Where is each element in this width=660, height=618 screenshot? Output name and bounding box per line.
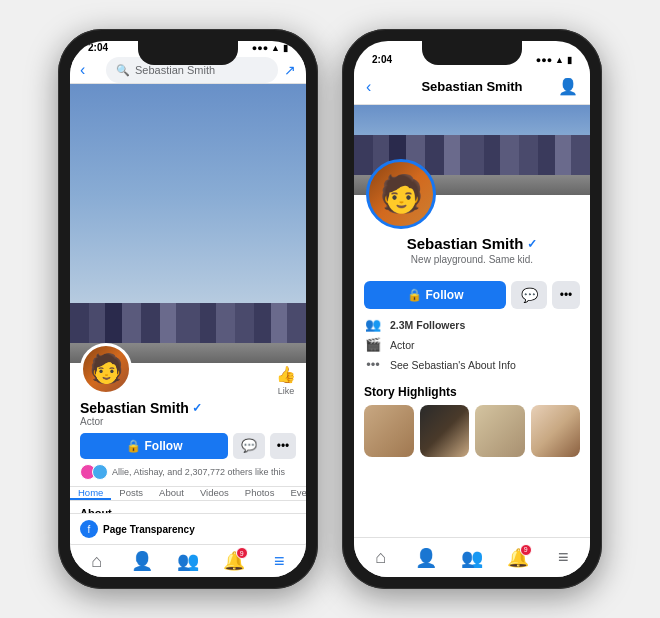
time-left: 2:04	[88, 42, 108, 53]
profile-section-left: 🧑 👍 Like Sebastian Smith ✓ Actor 🔒	[70, 363, 306, 486]
action-buttons-left: 🔒 Follow 💬 •••	[80, 433, 296, 459]
fb-icon-left: f	[88, 524, 91, 535]
nav-notifications-left[interactable]: 🔔 9	[216, 545, 252, 577]
transparency-icon-left: f	[80, 520, 98, 538]
tab-photos-left[interactable]: Photos	[237, 487, 283, 500]
profile-icon-nav-right[interactable]: 👤	[558, 77, 578, 96]
like-button-left[interactable]: 👍 Like	[276, 365, 296, 396]
avatar-left: 🧑	[80, 343, 132, 395]
home-icon-right: ⌂	[375, 547, 386, 568]
follow-button-left[interactable]: 🔒 Follow	[80, 433, 228, 459]
likes-avatars-left	[80, 464, 108, 480]
info-about-right[interactable]: ••• See Sebastian's About Info	[364, 357, 580, 372]
followers-text-right: 2.3M Followers	[390, 319, 465, 331]
more-button-left[interactable]: •••	[270, 433, 296, 459]
name-text-right: Sebastian Smith	[407, 235, 524, 252]
message-button-right[interactable]: 💬	[511, 281, 547, 309]
like-label-left: Like	[278, 386, 295, 396]
cover-image-left	[70, 84, 306, 362]
tab-posts-label-left: Posts	[119, 487, 143, 498]
actor-icon-right: 🎬	[364, 337, 382, 352]
info-actor-right: 🎬 Actor	[364, 337, 580, 352]
more-icon-right: •••	[560, 288, 573, 302]
nav-menu-right[interactable]: ≡	[545, 542, 581, 574]
wifi-icon-right: ▲	[555, 55, 564, 65]
nav-notifications-right[interactable]: 🔔 9	[500, 542, 536, 574]
search-icon-left: 🔍	[116, 64, 130, 77]
profile-name-left: Sebastian Smith ✓	[80, 400, 296, 416]
verified-badge-left: ✓	[192, 401, 202, 415]
time-right: 2:04	[372, 54, 392, 65]
mini-avatar-2	[92, 464, 108, 480]
transparency-section-left: f Page Transparency	[70, 513, 306, 544]
tab-videos-left[interactable]: Videos	[192, 487, 237, 500]
more-button-right[interactable]: •••	[552, 281, 580, 309]
avatar-wrapper-right: 🧑	[366, 159, 436, 229]
menu-icon-right: ≡	[558, 547, 569, 568]
notifications-badge-left: 9	[236, 547, 248, 559]
battery-icon-left: ▮	[283, 43, 288, 53]
tabs-left: Home Posts About Videos Photos Eve	[70, 486, 306, 501]
follow-label-left: Follow	[145, 439, 183, 453]
about-icon-right: •••	[364, 357, 382, 372]
nav-groups-right[interactable]: 👥	[454, 542, 490, 574]
actor-text-right: Actor	[390, 339, 415, 351]
follow-icon-right: 🔒	[407, 288, 422, 302]
nav-title-right: Sebastian Smith	[421, 79, 522, 94]
phone-left-screen: 2:04 ●●● ▲ ▮ ‹ 🔍 Sebastian Smith ↗	[70, 41, 306, 577]
tab-eve-left[interactable]: Eve	[282, 487, 306, 500]
notch-left	[138, 41, 238, 65]
avatar-right: 🧑	[366, 159, 436, 229]
about-link-right: See Sebastian's About Info	[390, 359, 516, 371]
nav-home-right[interactable]: ⌂	[363, 542, 399, 574]
message-button-left[interactable]: 💬	[233, 433, 265, 459]
about-section-left: About ℹ New playground. Same kid. 🌐 www.…	[70, 501, 306, 513]
nav-groups-left[interactable]: 👥	[170, 545, 206, 577]
profile-role-left: Actor	[80, 416, 296, 427]
story-highlights-title: Story Highlights	[364, 385, 580, 399]
tab-posts-left[interactable]: Posts	[111, 487, 151, 500]
transparency-text-left: Page Transparency	[103, 524, 195, 535]
nav-home-left[interactable]: ⌂	[79, 545, 115, 577]
follow-button-right[interactable]: 🔒 Follow	[364, 281, 506, 309]
notifications-badge-right: 9	[520, 544, 532, 556]
followers-icon-right: 👥	[364, 317, 382, 332]
cover-container-right: 🧑	[354, 105, 590, 195]
profile-row-left: 🧑 👍 Like	[80, 343, 296, 396]
status-icons-right: ●●● ▲ ▮	[536, 55, 572, 65]
more-icon-left: •••	[277, 439, 290, 453]
groups-icon-right: 👥	[461, 547, 483, 569]
nav-profile-left[interactable]: 👤	[124, 545, 160, 577]
bottom-nav-left: ⌂ 👤 👥 🔔 9 ≡	[70, 544, 306, 577]
tab-photos-label-left: Photos	[245, 487, 275, 498]
share-button-left[interactable]: ↗	[284, 62, 296, 78]
nav-menu-left[interactable]: ≡	[261, 545, 297, 577]
notch-right	[422, 41, 522, 65]
nav-profile-right[interactable]: 👤	[408, 542, 444, 574]
tab-videos-label-left: Videos	[200, 487, 229, 498]
profile-bio-right: New playground. Same kid.	[364, 254, 580, 265]
status-icons-left: ●●● ▲ ▮	[252, 43, 288, 53]
tab-about-left[interactable]: About	[151, 487, 192, 500]
story-item-1[interactable]	[364, 405, 414, 457]
search-text-left: Sebastian Smith	[135, 64, 215, 76]
signal-icon-right: ●●●	[536, 55, 552, 65]
name-text-left: Sebastian Smith	[80, 400, 189, 416]
thumbs-icon-left: 👍	[276, 365, 296, 384]
story-item-4[interactable]	[531, 405, 581, 457]
back-button-right[interactable]: ‹	[366, 78, 386, 96]
profile-icon-left: 👤	[131, 550, 153, 572]
back-button-left[interactable]: ‹	[80, 61, 100, 79]
story-item-2[interactable]	[420, 405, 470, 457]
wifi-icon-left: ▲	[271, 43, 280, 53]
follow-label-right: Follow	[426, 288, 464, 302]
message-icon-left: 💬	[241, 438, 257, 453]
story-item-3[interactable]	[475, 405, 525, 457]
phone-left: 2:04 ●●● ▲ ▮ ‹ 🔍 Sebastian Smith ↗	[58, 29, 318, 589]
likes-text-left: Allie, Atishay, and 2,307,772 others lik…	[112, 467, 285, 477]
info-rows-right: 👥 2.3M Followers 🎬 Actor ••• See Sebasti…	[354, 309, 590, 377]
groups-icon-left: 👥	[177, 550, 199, 572]
likes-line-left: Allie, Atishay, and 2,307,772 others lik…	[80, 464, 296, 480]
tab-about-label-left: About	[159, 487, 184, 498]
tab-home-left[interactable]: Home	[70, 487, 111, 500]
